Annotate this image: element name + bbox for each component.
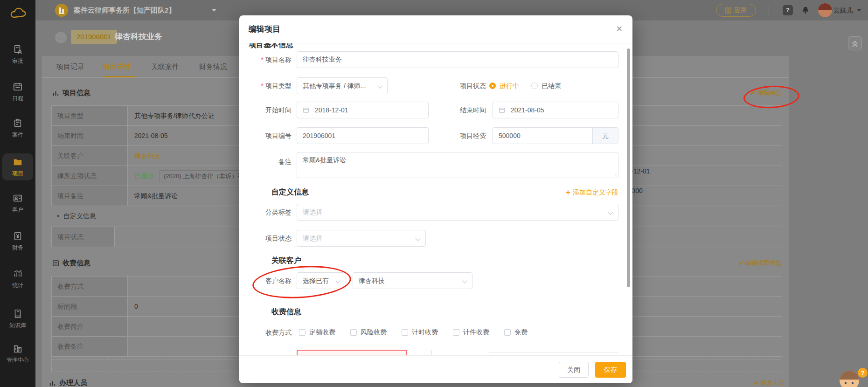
firm-title[interactable]: 案件云律师事务所【知产团队2】 [74, 0, 175, 21]
sidebar-nav: 审批 日程 案件 项目 客户 财务 统计 知识库 [0, 0, 35, 387]
edit-project-modal: 编辑项目 × 项目基本信息 项目名称 项目类型 其他专项事务 / 律师... 项… [239, 15, 632, 383]
chevron-down-icon [608, 209, 613, 214]
tab-related-cases[interactable]: 关联案件 [151, 56, 179, 77]
sidebar-item-finance[interactable]: 财务 [2, 228, 33, 255]
radio-in-progress[interactable] [489, 83, 496, 89]
user-avatar[interactable] [818, 3, 832, 17]
apps-button-label: 应用 [734, 6, 747, 14]
calendar-icon [499, 103, 505, 118]
apps-button[interactable]: 应用 [716, 4, 756, 17]
topbar-divider [769, 6, 769, 15]
remark-textarea[interactable]: 常顾&批量诉讼 [297, 152, 618, 178]
sidebar-item-cases[interactable]: 案件 [2, 115, 33, 142]
clipped-section-title: 项目基本信息 [249, 43, 293, 49]
start-date-input[interactable]: 2018-12-01 [297, 102, 429, 118]
back-button[interactable]: ← [55, 32, 67, 43]
radio-finished-label[interactable]: 已结束 [542, 77, 561, 94]
notification-bell-icon[interactable] [800, 5, 811, 16]
calendar-icon [303, 103, 309, 118]
sidebar-item-projects[interactable]: 项目 [2, 153, 33, 180]
modal-scrollbar[interactable] [627, 48, 630, 287]
modal-footer: 关闭 保存 [239, 355, 632, 383]
user-menu-caret-icon[interactable] [857, 9, 861, 12]
checkbox-icon [453, 329, 459, 336]
number-label: 项目编号 [247, 127, 292, 144]
close-button[interactable]: 关闭 [559, 362, 589, 378]
fee-info-icon [52, 260, 59, 267]
client-select[interactable]: 律杏科技 [353, 272, 472, 289]
sidebar-item-statistics[interactable]: 统计 [2, 265, 33, 292]
sidebar-item-clients[interactable]: 客户 [2, 190, 33, 217]
close-icon[interactable]: × [616, 23, 622, 35]
edit-handlers-link[interactable]: 修改人员 [753, 376, 785, 387]
help-icon[interactable]: ? [783, 5, 793, 15]
radio-finished[interactable] [531, 83, 538, 89]
pencil-icon [738, 260, 743, 266]
client-link[interactable]: 律杏科技 [134, 152, 160, 159]
currency-unit: 元 [592, 128, 618, 144]
project-info-section-title: 项目信息 [62, 86, 90, 100]
plus-icon: + [566, 188, 570, 197]
page-title: 律杏科技业务 [115, 30, 162, 44]
pencil-icon [753, 380, 758, 386]
cloud-logo-icon[interactable] [9, 5, 26, 21]
resize-grip-icon[interactable] [612, 172, 617, 177]
custom-info-bullet: 自定义信息 [57, 210, 96, 222]
mascot-avatar [840, 371, 859, 387]
checkbox-fixed-fee[interactable]: 定额收费 [299, 324, 335, 341]
firm-switch-caret-icon[interactable] [212, 9, 216, 12]
sidebar-item-schedule[interactable]: 日程 [2, 78, 33, 105]
assistant-mascot[interactable]: ? [838, 368, 868, 387]
end-date-input[interactable]: 2021-08-05 [493, 102, 618, 118]
tag-select[interactable]: 请选择 [297, 204, 618, 221]
checkbox-icon [402, 329, 408, 336]
fee-info-section-title: 收费信息 [62, 256, 90, 270]
remark-label: 备注 [247, 153, 292, 170]
add-custom-field-link[interactable]: + 添加自定义字段 [566, 188, 618, 197]
edit-fee-link[interactable]: 编辑收费信息 [738, 256, 782, 270]
modal-title: 编辑项目 [249, 15, 280, 43]
type-label: 项目类型 [247, 77, 292, 94]
status-label: 项目状态 [441, 77, 486, 94]
project-type-select[interactable]: 其他专项事务 / 律师... [297, 77, 388, 94]
fee-section-title: 收费信息 [271, 307, 301, 317]
project-number-badge: 201906001 [71, 30, 117, 44]
tab-finance[interactable]: 财务情况 [199, 56, 227, 77]
modal-header: 编辑项目 × [239, 15, 632, 43]
checkbox-piece-fee[interactable]: 计件收费 [453, 324, 489, 341]
active-tab-underline [103, 76, 135, 77]
radio-in-progress-label[interactable]: 进行中 [500, 77, 519, 94]
project-number-input[interactable] [297, 127, 429, 144]
checkbox-risk-fee[interactable]: 风险收费 [350, 324, 387, 341]
start-label: 开始时间 [247, 102, 292, 118]
custom-section-title: 自定义信息 [271, 187, 309, 197]
budget-label: 项目经费 [441, 127, 486, 144]
collapse-button[interactable] [848, 36, 862, 50]
chevron-down-icon [462, 278, 467, 283]
sidebar-item-admin[interactable]: 管理中心 [2, 340, 33, 367]
tab-project-detail[interactable]: 项目详情 [103, 56, 131, 77]
end-label: 结束时间 [441, 102, 486, 118]
custom-status-select[interactable]: 请选择 [297, 230, 426, 247]
tab-project-records[interactable]: 项目记录 [56, 56, 84, 77]
project-info-icon [52, 90, 59, 97]
user-name[interactable]: 云妹儿 [833, 0, 853, 21]
name-label: 项目名称 [247, 51, 292, 68]
chevron-down-icon [377, 83, 382, 88]
filing-number-badge: (2020) 上海律杏律（非诉）字 [160, 170, 248, 182]
checkbox-icon [299, 329, 306, 336]
budget-input[interactable]: 500000 元 [493, 127, 618, 144]
tag-label: 分类标签 [247, 204, 292, 221]
checkbox-icon [504, 329, 511, 336]
checkbox-hourly-fee[interactable]: 计时收费 [402, 324, 438, 341]
handlers-section-title: 办理人员 [59, 376, 87, 387]
project-name-input[interactable] [297, 51, 618, 68]
handlers-icon [49, 380, 56, 387]
sidebar-item-approval[interactable]: 审批 [2, 41, 33, 68]
sidebar-item-knowledge[interactable]: 知识库 [2, 305, 33, 332]
fee-method-label: 收费方式 [247, 324, 292, 341]
client-section-title: 关联客户 [271, 256, 301, 266]
checkbox-free[interactable]: 免费 [504, 324, 528, 341]
save-button[interactable]: 保存 [595, 362, 626, 378]
mascot-help-badge: ? [858, 368, 868, 378]
